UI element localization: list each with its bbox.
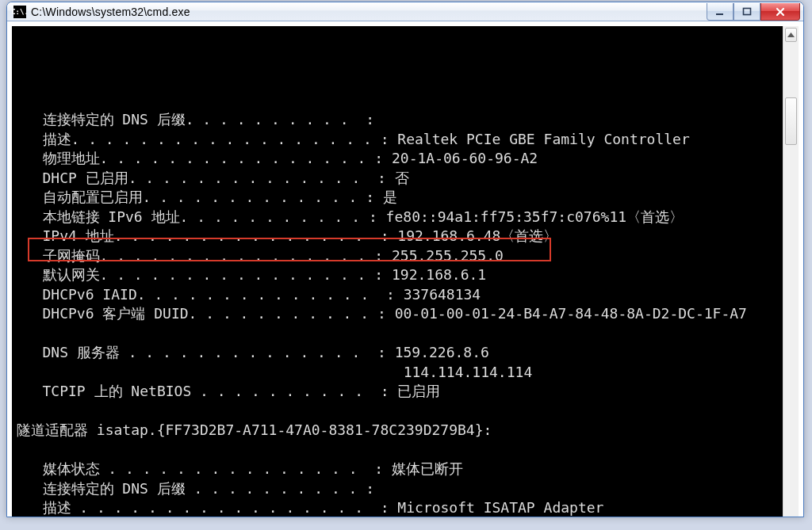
- svg-rect-1: [744, 8, 751, 14]
- console-output[interactable]: 连接特定的 DNS 后缀. . . . . . . . . . : 描述. . …: [12, 26, 783, 517]
- cmd-window: C:\. C:\Windows\system32\cmd.exe 连接特定的 D…: [6, 2, 804, 517]
- scroll-thumb[interactable]: [785, 97, 797, 145]
- minimize-button[interactable]: [707, 3, 733, 21]
- client-area: 连接特定的 DNS 后缀. . . . . . . . . . : 描述. . …: [7, 21, 803, 517]
- close-button[interactable]: [760, 3, 800, 21]
- scroll-up-arrow-icon[interactable]: [785, 28, 797, 42]
- vertical-scrollbar[interactable]: [783, 26, 799, 517]
- window-buttons: [707, 3, 800, 21]
- window-title: C:\Windows\system32\cmd.exe: [31, 6, 707, 18]
- svg-rect-0: [716, 13, 723, 15]
- console-wrap: 连接特定的 DNS 后缀. . . . . . . . . . : 描述. . …: [12, 26, 799, 517]
- cmd-icon: C:\.: [13, 6, 26, 18]
- console-text: 连接特定的 DNS 后缀. . . . . . . . . . : 描述. . …: [17, 91, 783, 518]
- titlebar[interactable]: C:\. C:\Windows\system32\cmd.exe: [7, 2, 803, 21]
- maximize-button[interactable]: [733, 3, 760, 21]
